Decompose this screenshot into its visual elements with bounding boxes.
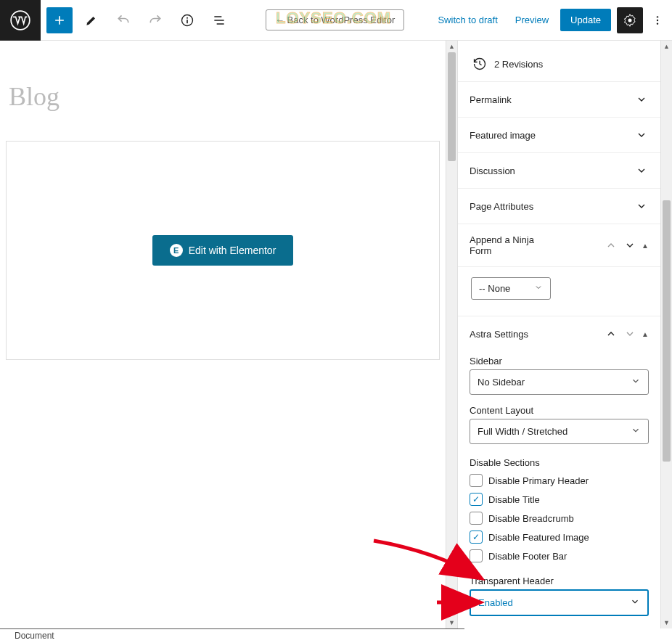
- content-placeholder: E Edit with Elementor: [6, 141, 440, 360]
- add-block-button[interactable]: [46, 7, 73, 33]
- chevron-down-icon: [634, 163, 649, 178]
- content-layout-select[interactable]: Full Width / Stretched: [470, 419, 649, 444]
- settings-gear-button[interactable]: [617, 7, 643, 33]
- svg-point-4: [628, 18, 632, 22]
- discussion-panel[interactable]: Discussion: [458, 152, 660, 188]
- svg-point-7: [657, 22, 658, 24]
- checkbox-checked[interactable]: ✓: [470, 531, 483, 544]
- body: Blog E Edit with Elementor ▲ ▼ 2 Revisio…: [0, 41, 672, 628]
- info-button[interactable]: [174, 7, 200, 33]
- permalink-panel[interactable]: Permalink: [458, 81, 660, 117]
- sidebar-field-label: Sidebar: [470, 356, 649, 366]
- ninja-form-panel[interactable]: Append a Ninja Form ▲: [458, 224, 660, 266]
- page-attributes-panel[interactable]: Page Attributes: [458, 188, 660, 224]
- chevron-down-icon: [634, 92, 649, 107]
- featured-image-panel[interactable]: Featured image: [458, 117, 660, 152]
- undo-button[interactable]: [110, 7, 136, 33]
- svg-point-2: [187, 17, 188, 18]
- chevron-down-icon: [631, 376, 641, 388]
- scrollbar-up-icon[interactable]: ▲: [661, 41, 672, 52]
- sidebar-scrollbar[interactable]: ▲ ▼: [660, 41, 672, 628]
- redo-button[interactable]: [142, 7, 168, 33]
- scrollbar-thumb[interactable]: [663, 200, 671, 462]
- chevron-up-icon[interactable]: [604, 238, 618, 253]
- chevron-down-icon: [631, 425, 641, 438]
- revisions-count: 2 Revisions: [494, 59, 543, 70]
- disable-footer-bar-row[interactable]: Disable Footer Bar: [470, 549, 649, 562]
- sidebar-select[interactable]: No Sidebar: [470, 369, 649, 395]
- collapse-up-icon[interactable]: ▲: [642, 242, 649, 250]
- svg-point-0: [11, 11, 30, 30]
- elementor-icon: E: [170, 244, 183, 257]
- editor-canvas[interactable]: Blog E Edit with Elementor: [0, 41, 446, 628]
- revisions-row[interactable]: 2 Revisions: [458, 41, 660, 81]
- disable-sections-label: Disable Sections: [470, 457, 649, 468]
- scrollbar-down-icon[interactable]: ▼: [446, 617, 457, 628]
- checkbox[interactable]: [470, 549, 483, 562]
- preview-link[interactable]: Preview: [509, 10, 554, 30]
- outline-button[interactable]: [206, 7, 232, 33]
- checkbox[interactable]: [470, 512, 483, 525]
- svg-rect-3: [187, 20, 188, 23]
- disable-breadcrumb-row[interactable]: Disable Breadcrumb: [470, 512, 649, 525]
- editor-scrollbar[interactable]: ▲ ▼: [446, 41, 457, 628]
- svg-point-6: [657, 19, 658, 20]
- content-layout-label: Content Layout: [470, 405, 649, 416]
- edit-mode-button[interactable]: [78, 7, 105, 33]
- disable-primary-header-row[interactable]: Disable Primary Header: [470, 474, 649, 487]
- chevron-down-icon: [534, 283, 543, 294]
- more-options-button[interactable]: [649, 7, 666, 33]
- disable-featured-image-row[interactable]: ✓ Disable Featured Image: [470, 531, 649, 544]
- checkbox-checked[interactable]: ✓: [470, 493, 483, 506]
- transparent-header-select[interactable]: Enabled: [470, 589, 649, 616]
- page-title[interactable]: Blog: [9, 81, 440, 112]
- astra-settings-panel[interactable]: Astra Settings ▲: [458, 316, 660, 351]
- ninja-form-select[interactable]: -- None: [471, 277, 551, 300]
- chevron-down-icon[interactable]: [623, 238, 637, 253]
- scrollbar-up-icon[interactable]: ▲: [446, 41, 457, 52]
- elementor-label: Edit with Elementor: [189, 245, 276, 256]
- switch-to-draft-link[interactable]: Switch to draft: [432, 10, 503, 30]
- wp-logo[interactable]: [0, 0, 41, 41]
- chevron-up-icon[interactable]: [604, 327, 618, 341]
- back-to-wp-button[interactable]: ← Back to WordPress Editor: [266, 9, 404, 30]
- settings-sidebar: 2 Revisions Permalink Featured image Dis…: [457, 41, 660, 628]
- edit-with-elementor-button[interactable]: E Edit with Elementor: [152, 235, 294, 266]
- scrollbar-down-icon[interactable]: ▼: [661, 617, 672, 628]
- chevron-down-icon: [634, 199, 649, 213]
- chevron-down-icon: [634, 128, 649, 142]
- disable-title-row[interactable]: ✓ Disable Title: [470, 493, 649, 506]
- chevron-down-icon: [630, 597, 640, 609]
- checkbox[interactable]: [470, 474, 483, 487]
- topbar: ← Back to WordPress Editor Switch to dra…: [0, 0, 672, 41]
- history-icon: [472, 57, 487, 71]
- footer-breadcrumb[interactable]: Document: [0, 628, 464, 643]
- collapse-up-icon[interactable]: ▲: [642, 330, 649, 338]
- update-button[interactable]: Update: [560, 9, 611, 31]
- scrollbar-thumb[interactable]: [448, 52, 456, 161]
- transparent-header-label: Transparent Header: [470, 576, 649, 586]
- chevron-down-icon[interactable]: [623, 327, 637, 341]
- svg-point-5: [657, 16, 658, 17]
